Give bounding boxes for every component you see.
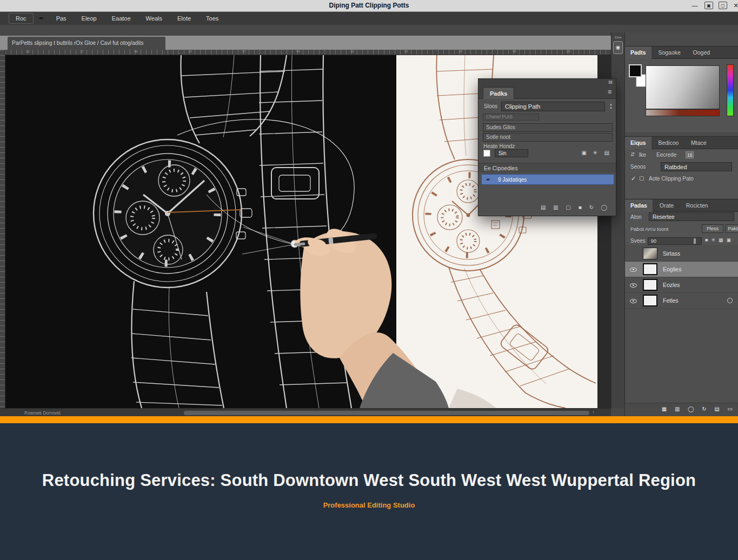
flatness-checkbox[interactable] — [483, 150, 490, 157]
tab-mtace[interactable]: Mtace — [686, 137, 712, 149]
menu-item-toes[interactable]: Toes — [200, 14, 225, 23]
collapse-panel-icon[interactable]: ◉ — [613, 41, 623, 54]
option-grid-icon[interactable]: ▣ — [582, 150, 587, 156]
grid-icon[interactable]: ▦ — [719, 237, 727, 243]
frame-icon[interactable]: ▢ — [719, 2, 727, 9]
minimize-icon[interactable]: — — [690, 2, 699, 9]
boxed-icon[interactable]: ▣ — [727, 237, 735, 243]
seoos-field[interactable]: Ratbded — [661, 162, 732, 171]
layer-row-fetles[interactable]: Fetles — [625, 293, 738, 309]
ruler-label: 53 — [404, 50, 408, 53]
dialog-section-title: Ee Cipoedies — [478, 163, 616, 172]
tab-rocicten[interactable]: Rocicten — [681, 199, 714, 212]
menu-item-weals[interactable]: Weals — [139, 14, 169, 23]
props-row-1: ⇵ lke Eecrede 15 — [625, 149, 738, 161]
layer-row-eozles[interactable]: Eozles — [625, 277, 738, 293]
mask-icon[interactable]: ■ — [579, 204, 582, 210]
ruler-label: 13 — [26, 50, 30, 53]
properties-panel-tabs: Eiqus Bedicoo Mtace — [625, 136, 738, 149]
foreground-color-swatch[interactable] — [629, 64, 642, 77]
layer-thumbnail[interactable] — [643, 263, 657, 275]
menu-item-roc[interactable]: Roc — [9, 13, 34, 24]
visibility-eye-icon[interactable] — [630, 268, 637, 272]
delete-path-icon[interactable]: ◯ — [601, 204, 607, 210]
pakticio-button[interactable]: Pakticio — [726, 224, 738, 233]
flatness-field[interactable]: Sin — [495, 149, 528, 157]
spin-down-icon[interactable]: ▼ — [609, 106, 613, 110]
selected-path-item[interactable]: ✒ 9 Jaidatiqes — [481, 174, 614, 185]
visibility-eye-icon[interactable] — [630, 299, 637, 303]
dialog-tab-paths[interactable]: Padks — [483, 87, 514, 99]
flatness-row: Sin ▣ ✳ ▤ — [478, 149, 616, 159]
dialog-tab-row: Padks ≡ — [478, 86, 616, 99]
color-ramp[interactable] — [646, 109, 720, 116]
menu-item-pas[interactable]: Pas — [50, 14, 73, 23]
properties-panel: Eiqus Bedicoo Mtace ⇵ lke Eecrede 15 Seo… — [625, 136, 738, 199]
hamburger-icon[interactable]: ≡ — [608, 88, 611, 96]
path-name-field[interactable]: Clipping Path — [501, 102, 605, 111]
paths-row-icons[interactable]: ■✳▦▣ — [705, 237, 734, 243]
pless-button[interactable]: Pless — [702, 224, 723, 233]
tab-eiqus[interactable]: Eiqus — [625, 137, 651, 149]
aton-dropdown[interactable]: Resertee — [649, 212, 734, 221]
scroll-arrow-icon[interactable]: › — [593, 409, 594, 415]
block-icon[interactable]: ■ — [705, 237, 711, 243]
pabot-label: Pabot Arcu toont — [630, 226, 668, 232]
tab-padas[interactable]: Padas — [625, 199, 653, 212]
new-path-icon[interactable]: ↻ — [589, 204, 594, 210]
close-icon[interactable]: ✕ — [732, 2, 738, 9]
selection-path-icon[interactable]: ▢ — [566, 204, 571, 210]
layer-style-icon[interactable]: ▥ — [675, 406, 680, 412]
delete-layer-icon[interactable]: ▭ — [728, 406, 733, 412]
layer-name: Fetles — [663, 297, 679, 304]
document-tab[interactable]: ParPetts slipsing t buttrils rOx Gloe / … — [8, 37, 165, 50]
tab-padts[interactable]: Padts — [625, 46, 651, 59]
paths-panel-tabs: Padas Orate Rocicten — [625, 199, 738, 212]
layer-name: Eoglies — [663, 266, 681, 272]
menu-item-eaatoe[interactable]: Eaatoe — [105, 14, 137, 23]
new-group-icon[interactable]: ↻ — [702, 406, 706, 412]
stroke-path-icon[interactable]: ▥ — [553, 204, 558, 210]
sudes-field[interactable]: Sudes Gilos — [483, 123, 613, 132]
spinner-icons[interactable]: ▲▼ — [609, 103, 613, 110]
color-panel-tabs: Padts Sogaoke Ooged — [625, 46, 738, 59]
svees-slider[interactable]: 90 — [648, 237, 702, 245]
panel-mini-icon[interactable]: ▤ — [608, 79, 613, 84]
star-icon[interactable]: ✳ — [711, 237, 719, 243]
menu-item-eleop[interactable]: Eleop — [75, 14, 103, 23]
layer-row-eoglies[interactable]: Eoglies — [625, 262, 738, 277]
layer-thumbnail-photo[interactable] — [643, 248, 657, 259]
sotle-field[interactable]: Sotle noot — [483, 133, 613, 142]
restore-icon[interactable]: ▣ — [704, 2, 713, 9]
sort-icon[interactable]: ⇵ — [630, 151, 635, 157]
layer-thumbnail[interactable] — [643, 295, 657, 306]
menu-item-elote[interactable]: Elote — [171, 14, 197, 23]
hue-slider[interactable] — [727, 64, 734, 116]
color-panel: Padts Sogaoke Ooged — [625, 46, 738, 132]
visibility-eye-icon[interactable] — [630, 283, 637, 288]
fill-path-icon[interactable]: ▤ — [541, 204, 546, 210]
layer-row-sirtass[interactable]: Sirtass — [625, 246, 738, 262]
svees-value: 90 — [651, 238, 656, 244]
tool-stamp-icon[interactable]: ✒ — [36, 15, 48, 22]
spin-up-icon[interactable]: ▲ — [609, 103, 613, 106]
tab-bedicoo[interactable]: Bedicoo — [653, 137, 684, 149]
new-layer-icon[interactable]: ▤ — [714, 406, 719, 412]
tab-orate[interactable]: Orate — [654, 199, 679, 212]
props-badge[interactable]: 15 — [686, 151, 694, 158]
adjustment-layer-icon[interactable]: ◯ — [688, 406, 694, 412]
layer-circle-icon[interactable] — [727, 298, 733, 303]
tab-ooged[interactable]: Ooged — [688, 46, 716, 59]
option-bars-icon[interactable]: ✳ — [593, 150, 597, 156]
page-icon: ▢ — [639, 175, 644, 181]
auto-clipping-path-label[interactable]: Aote Clipping Pato — [649, 176, 694, 182]
color-field[interactable] — [646, 65, 720, 109]
props-label-eecrede: Eecrede — [656, 152, 676, 158]
option-rows-icon[interactable]: ▤ — [604, 150, 609, 156]
layer-thumbnail[interactable] — [643, 279, 657, 291]
link-layers-icon[interactable]: ▦ — [662, 406, 667, 412]
channel-button[interactable]: Chanel PUIS — [483, 114, 539, 121]
tab-sogaoke[interactable]: Sogaoke — [653, 46, 686, 59]
slider-thumb[interactable] — [694, 238, 696, 244]
horizontal-scrollbar[interactable] — [184, 411, 589, 415]
